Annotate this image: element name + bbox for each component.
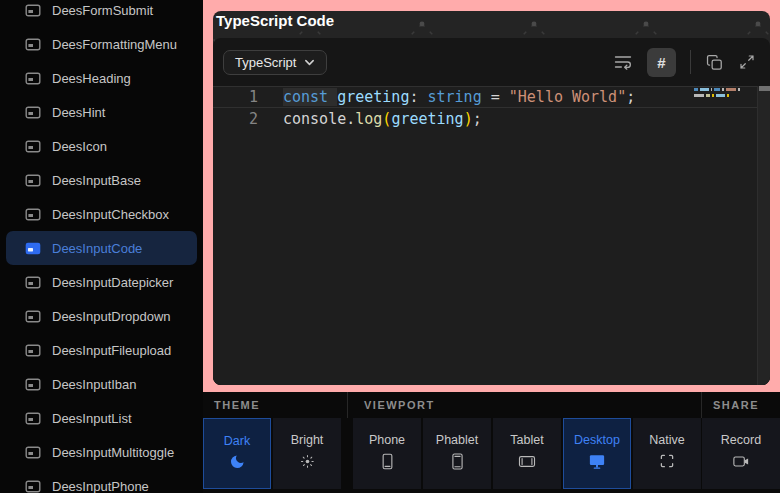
line-number: 1: [213, 86, 283, 108]
sidebar-item-label: DeesInputBase: [52, 173, 141, 188]
toolbar-section-share: SHARERecord: [702, 392, 780, 489]
component-icon: [25, 344, 41, 357]
section-buttons: PhonePhabletTabletDesktopNative: [353, 418, 701, 489]
button-label: Dark: [224, 434, 250, 448]
button-label: Tablet: [510, 433, 543, 447]
code-toolbar-actions: #: [613, 38, 756, 86]
sidebar-item-deesinputdatepicker[interactable]: DeesInputDatepicker: [6, 265, 197, 299]
button-label: Record: [721, 433, 761, 447]
minimap[interactable]: [694, 88, 740, 100]
native-button[interactable]: Native: [633, 418, 701, 489]
component-icon: [25, 106, 41, 119]
sidebar-item-deesinputcode[interactable]: DeesInputCode: [6, 231, 197, 265]
desktop-icon: [587, 452, 607, 475]
story-preview-frame: TypeScript Code TypeScript # 1const gree…: [203, 0, 780, 392]
phablet-button[interactable]: Phablet: [423, 418, 491, 489]
moon-icon: [229, 453, 246, 474]
sidebar-item-deesformattingmenu[interactable]: DeesFormattingMenu: [6, 27, 197, 61]
button-label: Phablet: [436, 433, 478, 447]
sidebar-item-deesinputbase[interactable]: DeesInputBase: [6, 163, 197, 197]
sidebar-item-label: DeesInputMultitoggle: [52, 445, 174, 460]
environment-toolbar: THEMEDarkBrightVIEWPORTPhonePhabletTable…: [203, 392, 780, 493]
sidebar-item-label: DeesFormSubmit: [52, 3, 153, 18]
sidebar-item-label: DeesInputFileupload: [52, 343, 171, 358]
language-selector-label: TypeScript: [235, 55, 296, 70]
copy-icon[interactable]: [705, 53, 724, 72]
sidebar-item-label: DeesInputDatepicker: [52, 275, 173, 290]
section-buttons: DarkBright: [203, 418, 341, 489]
bright-button[interactable]: Bright: [273, 418, 341, 489]
sidebar-item-label: DeesHint: [52, 105, 105, 120]
sidebar-item-deesinputdropdown[interactable]: DeesInputDropdown: [6, 299, 197, 333]
dark-button[interactable]: Dark: [203, 418, 271, 489]
sidebar-item-label: DeesInputCode: [52, 241, 142, 256]
word-wrap-icon[interactable]: [613, 52, 633, 72]
tablet-icon: [517, 452, 537, 475]
sidebar-item-deesinputfileupload[interactable]: DeesInputFileupload: [6, 333, 197, 367]
section-label-viewport: VIEWPORT: [353, 392, 701, 418]
sun-icon: [298, 452, 317, 475]
editor-scrollbar[interactable]: [757, 86, 770, 385]
toolbar-section-divider: [347, 392, 348, 418]
record-icon: [731, 452, 751, 475]
expand-icon[interactable]: [738, 53, 756, 71]
code-text: const greeting: string = "Hello World";: [283, 86, 635, 108]
code-text: console.log(greeting);: [283, 108, 482, 130]
sidebar-item-label: DeesInputList: [52, 411, 132, 426]
toolbar-divider: [690, 50, 691, 74]
record-button[interactable]: Record: [702, 418, 780, 489]
code-line: 1const greeting: string = "Hello World";: [213, 86, 770, 108]
chevron-down-icon: [304, 55, 315, 70]
scrollbar-thumb[interactable]: [759, 86, 770, 91]
sidebar-item-deeshint[interactable]: DeesHint: [6, 95, 197, 129]
component-icon: [25, 412, 41, 425]
phone-button[interactable]: Phone: [353, 418, 421, 489]
code-input-widget: TypeScript # 1const greeting: string = "…: [213, 38, 770, 385]
component-icon: [25, 208, 41, 221]
sidebar-item-label: DeesFormattingMenu: [52, 37, 177, 52]
phone-icon: [378, 452, 397, 475]
code-editor[interactable]: 1const greeting: string = "Hello World";…: [213, 86, 770, 385]
button-label: Desktop: [574, 433, 620, 447]
button-label: Phone: [369, 433, 405, 447]
sidebar-item-deesformsubmit[interactable]: DeesFormSubmit: [6, 0, 197, 27]
code-lines: 1const greeting: string = "Hello World";…: [213, 86, 770, 130]
code-toolbar: TypeScript #: [213, 38, 770, 86]
story-title: TypeScript Code: [216, 12, 334, 29]
component-list: DeesFormSubmitDeesFormattingMenuDeesHead…: [0, 0, 203, 493]
toolbar-section-theme: THEMEDarkBright: [203, 392, 341, 489]
sidebar-item-label: DeesInputPhone: [52, 479, 149, 493]
demo-wrapper: TypeScript Code TypeScript # 1const gree…: [213, 11, 770, 385]
sidebar-item-label: DeesInputCheckbox: [52, 207, 169, 222]
sidebar-item-deesheading[interactable]: DeesHeading: [6, 61, 197, 95]
component-icon: [25, 480, 41, 493]
component-icon: [25, 38, 41, 51]
line-numbers-icon[interactable]: #: [647, 48, 676, 77]
component-icon: [25, 276, 41, 289]
sidebar-item-deesinputphone[interactable]: DeesInputPhone: [6, 469, 197, 493]
toolbar-section-viewport: VIEWPORTPhonePhabletTabletDesktopNative: [353, 392, 701, 489]
section-buttons: Record: [702, 418, 780, 489]
component-icon: [25, 242, 41, 255]
sidebar-item-deesinputlist[interactable]: DeesInputList: [6, 401, 197, 435]
sidebar-item-label: DeesInputDropdown: [52, 309, 171, 324]
tablet-button[interactable]: Tablet: [493, 418, 561, 489]
section-label-theme: THEME: [203, 392, 341, 418]
component-icon: [25, 4, 41, 17]
language-selector[interactable]: TypeScript: [223, 50, 327, 75]
component-icon: [25, 72, 41, 85]
sidebar-item-deesinputiban[interactable]: DeesInputIban: [6, 367, 197, 401]
component-icon: [25, 378, 41, 391]
sidebar-item-deesicon[interactable]: DeesIcon: [6, 129, 197, 163]
component-icon: [25, 310, 41, 323]
component-icon: [25, 446, 41, 459]
sidebar-item-deesinputcheckbox[interactable]: DeesInputCheckbox: [6, 197, 197, 231]
section-label-share: SHARE: [702, 392, 780, 418]
desktop-button[interactable]: Desktop: [563, 418, 631, 489]
button-label: Native: [649, 433, 684, 447]
sidebar-item-deesinputmultitoggle[interactable]: DeesInputMultitoggle: [6, 435, 197, 469]
line-number: 2: [213, 108, 283, 130]
sidebar-item-label: DeesIcon: [52, 139, 107, 154]
code-line: 2console.log(greeting);: [213, 108, 770, 130]
component-sidebar: DeesFormSubmitDeesFormattingMenuDeesHead…: [0, 0, 203, 493]
